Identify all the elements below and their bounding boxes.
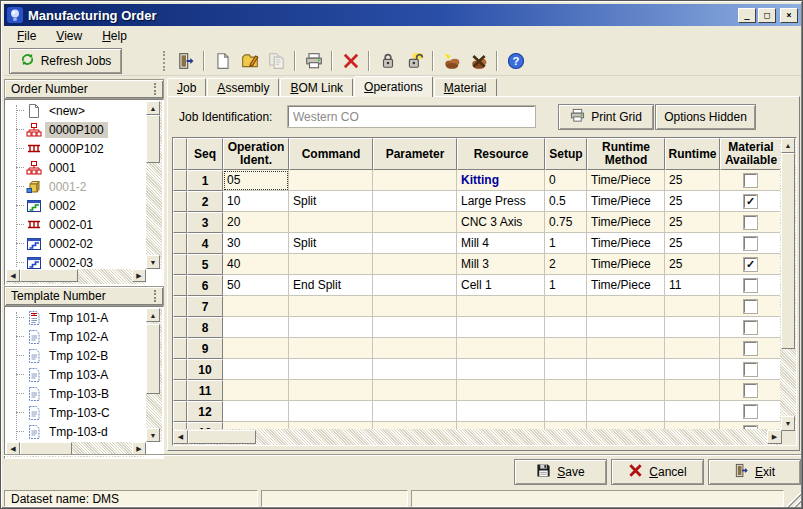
cell-runtime[interactable] [665, 296, 720, 317]
grid-column-header[interactable]: Parameter [373, 138, 457, 170]
exit-button[interactable]: Exit [708, 459, 801, 485]
cell-operation[interactable]: 50 [223, 275, 289, 296]
order-label[interactable]: 0002 [45, 198, 80, 214]
order-label[interactable]: 0002-03 [45, 255, 97, 270]
close-button[interactable]: × [780, 8, 798, 23]
cell-command[interactable] [289, 170, 373, 191]
order-tree-vscrollbar[interactable]: ▲ ▼ [146, 101, 162, 269]
template-label[interactable]: Tmp 103-A [45, 367, 112, 383]
cell-operation[interactable] [223, 338, 289, 359]
explode-icon[interactable] [438, 49, 465, 73]
menu-help[interactable]: Help [93, 27, 136, 45]
grid-column-header[interactable]: Material Available [720, 138, 782, 170]
unexplode-icon[interactable] [465, 49, 492, 73]
cell-resource[interactable]: Cell 1 [457, 275, 545, 296]
cell-setup[interactable]: 0.5 [545, 191, 587, 212]
cell-command[interactable] [289, 296, 373, 317]
row-header-seq[interactable]: 10 [187, 359, 223, 380]
order-item[interactable]: 0002-02 [6, 234, 146, 253]
cell-resource[interactable]: Kitting [457, 170, 545, 191]
cell-operation[interactable]: 30 [223, 233, 289, 254]
order-item[interactable]: 0002 [6, 196, 146, 215]
order-tree-hscrollbar[interactable]: ◀ ▶ [6, 269, 146, 284]
template-label[interactable]: Tmp 102-B [45, 348, 112, 364]
template-item[interactable]: Tmp 103-A [6, 365, 146, 384]
order-label[interactable]: 0001 [45, 160, 80, 176]
cell-setup[interactable] [545, 380, 587, 401]
cell-parameter[interactable] [373, 401, 457, 422]
order-label[interactable]: 0002-01 [45, 217, 97, 233]
row-indicator[interactable] [173, 191, 187, 212]
cell-command[interactable]: End Split [289, 275, 373, 296]
cell-setup[interactable] [545, 359, 587, 380]
template-item[interactable]: Tmp-103-C [6, 403, 146, 422]
order-label[interactable]: 0002-02 [45, 236, 97, 252]
cell-parameter[interactable] [373, 275, 457, 296]
material-available-checkbox[interactable] [744, 237, 757, 250]
template-item[interactable]: Tmp-103-B [6, 384, 146, 403]
template-label[interactable]: Tmp-103-B [45, 386, 113, 402]
cell-runtime_method[interactable] [587, 296, 665, 317]
save-button[interactable]: Save [514, 459, 607, 485]
help-icon[interactable]: ? [502, 49, 529, 73]
cell-parameter[interactable] [373, 359, 457, 380]
tab-bom-link[interactable]: BOM Link [280, 78, 353, 96]
material-available-checkbox[interactable] [744, 363, 757, 376]
cell-parameter[interactable] [373, 212, 457, 233]
delete-icon[interactable] [337, 49, 364, 73]
scroll-thumb[interactable] [146, 324, 160, 394]
cell-resource[interactable]: Mill 3 [457, 254, 545, 275]
cell-runtime_method[interactable]: Time/Piece [587, 170, 665, 191]
row-header-seq[interactable]: 2 [187, 191, 223, 212]
cell-parameter[interactable] [373, 170, 457, 191]
material-available-checkbox[interactable] [744, 174, 757, 187]
material-available-checkbox[interactable] [744, 279, 757, 292]
menu-view[interactable]: View [47, 27, 91, 45]
row-indicator[interactable] [173, 401, 187, 422]
template-label[interactable]: Tmp 102-A [45, 329, 112, 345]
row-indicator[interactable] [173, 275, 187, 296]
cell-runtime_method[interactable]: Time/Piece [587, 254, 665, 275]
row-header-seq[interactable]: 4 [187, 233, 223, 254]
cell-parameter[interactable] [373, 317, 457, 338]
grid-column-header[interactable]: Operation Ident. [223, 138, 289, 170]
cell-operation[interactable]: 10 [223, 191, 289, 212]
scroll-up-icon[interactable]: ▲ [146, 308, 160, 322]
menu-file[interactable]: File [8, 27, 45, 45]
cell-resource[interactable]: Mill 4 [457, 233, 545, 254]
cell-operation[interactable] [223, 296, 289, 317]
cell-runtime[interactable]: 25 [665, 254, 720, 275]
order-item[interactable]: 0001-2 [6, 177, 146, 196]
panel-grip-icon[interactable] [154, 290, 157, 302]
cell-parameter[interactable] [373, 191, 457, 212]
cell-resource[interactable]: Large Press [457, 191, 545, 212]
cell-setup[interactable] [545, 296, 587, 317]
row-indicator[interactable] [173, 296, 187, 317]
cell-parameter[interactable] [373, 338, 457, 359]
cell-runtime[interactable]: 11 [665, 275, 720, 296]
cell-resource[interactable] [457, 359, 545, 380]
print-grid-button[interactable]: Print Grid [558, 104, 654, 130]
cell-runtime[interactable] [665, 359, 720, 380]
cell-runtime[interactable] [665, 317, 720, 338]
grid-column-header[interactable]: Seq [187, 138, 223, 170]
cell-command[interactable] [289, 380, 373, 401]
new-document-icon[interactable] [209, 49, 236, 73]
scroll-thumb[interactable] [146, 115, 160, 163]
scroll-right-icon[interactable]: ▶ [132, 269, 146, 282]
panel-grip-icon[interactable] [154, 83, 157, 95]
exit-icon[interactable] [172, 49, 199, 73]
tab-operations[interactable]: Operations [354, 76, 433, 97]
cell-runtime_method[interactable] [587, 359, 665, 380]
row-indicator[interactable] [173, 212, 187, 233]
cell-setup[interactable]: 1 [545, 233, 587, 254]
row-header-seq[interactable]: 1 [187, 170, 223, 191]
row-header-seq[interactable]: 5 [187, 254, 223, 275]
row-header-seq[interactable]: 7 [187, 296, 223, 317]
cell-runtime_method[interactable] [587, 380, 665, 401]
edit-icon[interactable] [236, 49, 263, 73]
scroll-down-icon[interactable]: ▼ [146, 255, 160, 269]
grid-column-header[interactable]: Command [289, 138, 373, 170]
lock-icon[interactable] [374, 49, 401, 73]
cell-parameter[interactable] [373, 296, 457, 317]
